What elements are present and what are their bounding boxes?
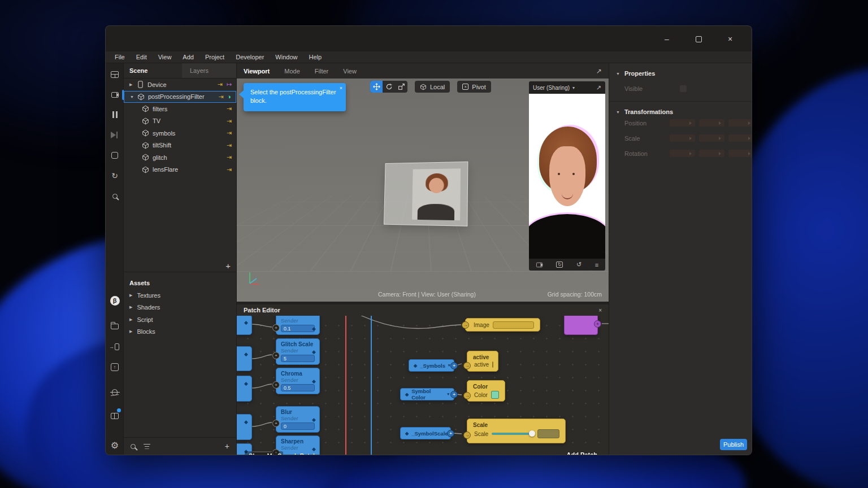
scale-slider[interactable]: [492, 433, 534, 435]
filter-assets-icon[interactable]: [144, 444, 150, 449]
add-scene-object-button[interactable]: +: [225, 261, 231, 271]
send-to-patch-icon[interactable]: ⇥: [227, 129, 232, 137]
active-checkbox[interactable]: [492, 361, 493, 368]
scale-y-field[interactable]: [699, 134, 724, 142]
scene-item-filters[interactable]: filters ⇥: [124, 103, 236, 115]
patch-value-field[interactable]: 0.5: [281, 384, 315, 391]
output-port[interactable]: +: [447, 430, 454, 437]
patch-input-icon[interactable]: ↦: [227, 81, 232, 88]
project-files-button[interactable]: [106, 317, 124, 334]
position-x-field[interactable]: [670, 119, 695, 127]
pivot-button[interactable]: × Pivot: [457, 81, 491, 93]
menu-add[interactable]: Add: [177, 54, 199, 60]
scale-x-field[interactable]: [670, 134, 695, 142]
pause-button[interactable]: [106, 106, 124, 123]
scene-item-glitch[interactable]: glitch ⇥: [124, 151, 236, 164]
tab-viewport[interactable]: Viewport: [244, 68, 270, 75]
input-port[interactable]: +: [272, 352, 280, 359]
patch-color[interactable]: Color Color →: [467, 380, 505, 402]
restart-playback-button[interactable]: [106, 127, 124, 143]
workspace-layout-button[interactable]: [106, 66, 124, 83]
tab-scene[interactable]: Scene: [124, 63, 182, 78]
input-port[interactable]: +: [272, 381, 280, 389]
scene-item-tiltshift[interactable]: tiltShift ⇥: [124, 140, 236, 152]
patch-image[interactable]: Image →: [465, 318, 540, 332]
expand-viewport-icon[interactable]: ↗: [596, 67, 602, 75]
tooltip-close-icon[interactable]: ×: [340, 85, 342, 92]
rotation-x-field[interactable]: [670, 150, 695, 157]
send-to-patch-icon[interactable]: ⇥: [227, 154, 232, 161]
rotate-tool-button[interactable]: [383, 81, 395, 93]
scene-item-lensflare[interactable]: lensFlare ⇥: [124, 164, 236, 176]
input-port[interactable]: +: [272, 324, 280, 332]
close-button[interactable]: ×: [714, 30, 746, 47]
color-swatch[interactable]: [491, 391, 499, 399]
position-y-field[interactable]: [699, 119, 724, 127]
patch-purple-block[interactable]: +: [564, 316, 598, 335]
window-titlebar[interactable]: – ×: [106, 26, 752, 51]
patch-editor-close-icon[interactable]: ×: [598, 307, 602, 313]
expander-icon[interactable]: ▶: [129, 305, 132, 310]
patch-block-partial[interactable]: ◆: [237, 316, 252, 335]
beta-badge[interactable]: β: [106, 292, 124, 309]
patch-sender-blur[interactable]: Blur Sender 0 ◆ +: [276, 406, 320, 433]
chevron-down-icon[interactable]: ▾: [447, 392, 449, 396]
patch-receiver-symbol-color[interactable]: ◆ Symbol Color ▾ +: [400, 388, 454, 400]
patch-active[interactable]: active active →: [467, 351, 498, 372]
flip-camera-icon[interactable]: ↻: [556, 262, 563, 268]
output-port[interactable]: +: [594, 320, 601, 328]
input-port[interactable]: +: [272, 420, 280, 427]
minimize-button[interactable]: –: [651, 30, 683, 47]
send-to-patch-icon[interactable]: ⇥: [218, 93, 223, 101]
patch-block-partial[interactable]: ◆: [237, 414, 252, 440]
publish-button[interactable]: Publish: [720, 439, 747, 450]
move-tool-button[interactable]: [370, 81, 383, 93]
send-to-patch-icon[interactable]: ⇥: [227, 117, 232, 125]
menu-edit[interactable]: Edit: [131, 54, 153, 60]
preview-menu-icon[interactable]: ≡: [595, 262, 598, 268]
transformations-section-header[interactable]: ▼ Transformations: [609, 102, 752, 115]
slider-knob[interactable]: [529, 430, 535, 437]
sync-button[interactable]: ↻: [106, 167, 124, 184]
input-port[interactable]: →: [463, 432, 471, 439]
export-button[interactable]: ↑: [106, 359, 124, 376]
tab-view[interactable]: View: [343, 68, 357, 75]
asset-group-script[interactable]: ▶ Script: [124, 313, 236, 326]
camera-source-icon[interactable]: [536, 262, 542, 267]
expander-icon[interactable]: ▶: [129, 317, 132, 322]
expander-icon[interactable]: ▶: [129, 293, 132, 298]
patch-block-partial[interactable]: ◆: [237, 346, 252, 371]
patch-receiver-symbolscale[interactable]: ◆ _SymbolScale ▾ +: [400, 427, 451, 439]
menu-file[interactable]: File: [109, 54, 131, 60]
preview-camera-select[interactable]: User (Sharing): [533, 85, 570, 91]
scene-plane-object[interactable]: [384, 162, 468, 226]
camera-view-button[interactable]: [106, 86, 124, 103]
send-to-patch-icon[interactable]: ⇥: [227, 166, 232, 173]
send-to-patch-icon[interactable]: ⇥: [227, 142, 232, 149]
asset-group-shaders[interactable]: ▶ Shaders: [124, 302, 236, 314]
expander-icon[interactable]: ▶: [129, 82, 136, 87]
send-to-patch-icon[interactable]: ⇥: [227, 105, 232, 112]
patch-value-field[interactable]: 0: [281, 422, 315, 430]
patch-canvas[interactable]: ◆ ◆ ◆ ◆ ◆ Sender 0.1 ◆ + Glitch Scale: [237, 316, 609, 455]
tab-mode[interactable]: Mode: [284, 68, 300, 75]
scale-z-field[interactable]: [728, 134, 752, 142]
expander-icon[interactable]: ▼: [130, 95, 136, 99]
scene-item-postprocessingfilter[interactable]: ▼ postProcessingFilter ⇥◑: [124, 91, 236, 103]
menu-window[interactable]: Window: [270, 54, 303, 60]
tab-layers[interactable]: Layers: [182, 63, 236, 78]
input-port[interactable]: →: [462, 321, 469, 329]
scale-tool-button[interactable]: [395, 81, 407, 93]
properties-section-header[interactable]: ▼ Properties: [609, 63, 752, 77]
patch-sender-block[interactable]: Sender 0.1 ◆ +: [276, 316, 320, 335]
patch-sender-chroma[interactable]: Chroma Sender 0.5 ◆ +: [276, 368, 320, 394]
asset-group-textures[interactable]: ▶ Textures: [124, 289, 236, 302]
asset-group-blocks[interactable]: ▶ Blocks: [124, 326, 236, 338]
scale-number-field[interactable]: [537, 429, 559, 438]
rotation-z-field[interactable]: [728, 150, 752, 157]
patch-value-field[interactable]: 0.1: [281, 325, 315, 332]
add-patch-button[interactable]: Add Patch: [567, 451, 597, 455]
output-port[interactable]: +: [450, 391, 458, 398]
device-simulator-button[interactable]: [106, 147, 124, 164]
expand-preview-icon[interactable]: ↗: [596, 84, 601, 91]
